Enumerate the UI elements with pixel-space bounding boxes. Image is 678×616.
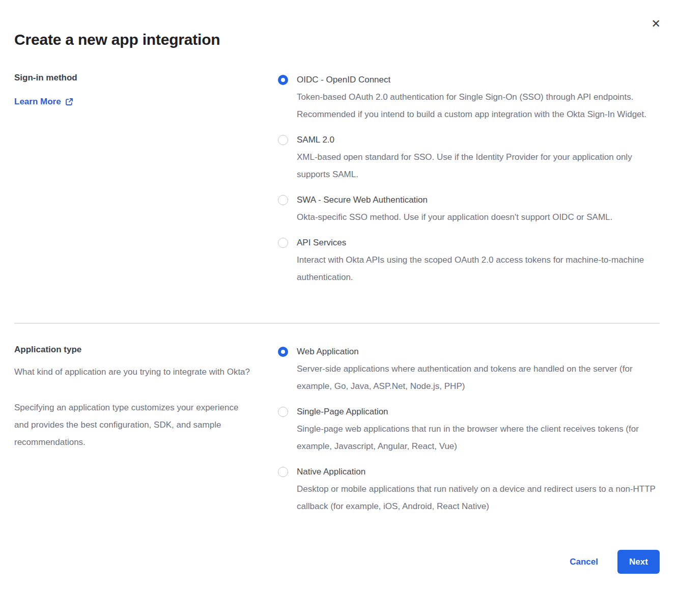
- signin-method-left-column: Sign-in method Learn More: [14, 71, 278, 294]
- radio-option-native-application[interactable]: Native Application Desktop or mobile app…: [278, 463, 660, 515]
- radio-web-application[interactable]: [278, 347, 288, 357]
- learn-more-link[interactable]: Learn More: [14, 97, 73, 107]
- radio-swa[interactable]: [278, 195, 288, 205]
- radio-option-api-services[interactable]: API Services Interact with Okta APIs usi…: [278, 234, 660, 286]
- radio-option-api-services-description: Interact with Okta APIs using the scoped…: [297, 251, 659, 286]
- radio-saml[interactable]: [278, 135, 288, 145]
- application-type-options: Web Application Server-side applications…: [278, 343, 660, 523]
- radio-option-oidc[interactable]: OIDC - OpenID Connect Token-based OAuth …: [278, 71, 660, 123]
- next-button[interactable]: Next: [617, 550, 660, 574]
- create-app-integration-dialog: ✕ Create a new app integration Sign-in m…: [0, 0, 678, 616]
- page-title: Create a new app integration: [14, 31, 660, 49]
- radio-option-saml-description: XML-based open standard for SSO. Use if …: [297, 149, 659, 183]
- radio-option-swa-label: SWA - Secure Web Authentication: [297, 191, 612, 209]
- dialog-footer: Cancel Next: [14, 550, 660, 574]
- radio-option-saml-label: SAML 2.0: [297, 131, 659, 149]
- signin-method-label: Sign-in method: [14, 71, 278, 85]
- radio-option-swa-description: Okta-specific SSO method. Use if your ap…: [297, 209, 612, 226]
- radio-option-single-page-application[interactable]: Single-Page Application Single-page web …: [278, 403, 660, 455]
- radio-option-native-application-label: Native Application: [297, 463, 659, 481]
- radio-option-web-application-description: Server-side applications where authentic…: [297, 360, 659, 395]
- signin-method-options: OIDC - OpenID Connect Token-based OAuth …: [278, 71, 660, 294]
- radio-option-oidc-label: OIDC - OpenID Connect: [297, 71, 659, 89]
- application-type-intro-1: What kind of application are you trying …: [14, 363, 255, 381]
- close-icon[interactable]: ✕: [652, 18, 661, 30]
- radio-option-native-application-description: Desktop or mobile applications that run …: [297, 481, 659, 515]
- radio-option-web-application-label: Web Application: [297, 343, 659, 360]
- signin-method-section: Sign-in method Learn More OIDC - OpenID …: [14, 71, 660, 294]
- radio-api-services[interactable]: [278, 238, 288, 248]
- radio-option-single-page-application-description: Single-page web applications that run in…: [297, 421, 659, 455]
- radio-option-swa[interactable]: SWA - Secure Web Authentication Okta-spe…: [278, 191, 660, 226]
- radio-option-saml[interactable]: SAML 2.0 XML-based open standard for SSO…: [278, 131, 660, 183]
- application-type-section: Application type What kind of applicatio…: [14, 343, 660, 523]
- radio-option-single-page-application-label: Single-Page Application: [297, 403, 659, 421]
- external-link-icon: [65, 98, 73, 106]
- learn-more-label: Learn More: [14, 97, 61, 107]
- cancel-button[interactable]: Cancel: [570, 557, 598, 567]
- section-divider: [14, 323, 660, 324]
- radio-option-web-application[interactable]: Web Application Server-side applications…: [278, 343, 660, 395]
- application-type-left-column: Application type What kind of applicatio…: [14, 343, 278, 523]
- application-type-label: Application type: [14, 343, 278, 356]
- radio-single-page-application[interactable]: [278, 407, 288, 417]
- application-type-intro-2: Specifying an application type customize…: [14, 399, 255, 451]
- radio-option-api-services-label: API Services: [297, 234, 659, 251]
- radio-option-oidc-description: Token-based OAuth 2.0 authentication for…: [297, 89, 659, 123]
- radio-native-application[interactable]: [278, 467, 288, 477]
- radio-oidc[interactable]: [278, 75, 288, 85]
